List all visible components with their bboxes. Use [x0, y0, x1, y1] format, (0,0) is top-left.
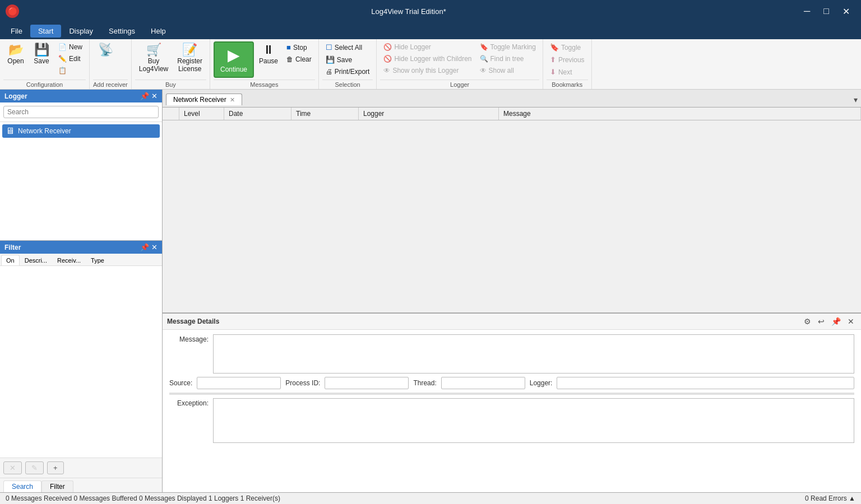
select-all-button[interactable]: ☐ Select All [322, 41, 373, 53]
ribbon-group-bookmarks: 🔖 Toggle ⬆ Previous ⬇ Next Bookmarks [543, 39, 592, 89]
show-only-logger-button[interactable]: 👁 Show only this Logger [380, 65, 475, 76]
details-title: Message Details [167, 318, 219, 325]
bottom-tabs: Search Filter [0, 478, 162, 492]
clear-button[interactable]: 🗑 Clear [283, 54, 315, 65]
next-bookmark-button[interactable]: ⬇ Next [547, 66, 588, 78]
filter-delete-button[interactable]: ✕ [3, 461, 22, 474]
grid-header: Level Date Time Logger Message [163, 108, 861, 120]
open-button[interactable]: 📂 Open [3, 41, 28, 67]
continue-button[interactable]: ▶ Continue [214, 41, 254, 78]
hide-logger-children-button[interactable]: 🚫 Hide Logger with Children [380, 53, 475, 64]
edit-icon: ✏️ [58, 55, 67, 63]
details-close-button[interactable]: ✕ [845, 316, 857, 327]
menu-help[interactable]: Help [143, 25, 174, 38]
logger-label: Logger: [530, 379, 553, 387]
extra-config-btn[interactable]: 📋 [55, 65, 86, 76]
logger-panel-title: Logger [4, 92, 27, 100]
tab-network-receiver[interactable]: Network Receiver ✕ [166, 94, 242, 105]
pause-button[interactable]: ⏸ Pause [255, 41, 282, 67]
filter-content [0, 266, 162, 458]
message-grid[interactable]: Level Date Time Logger Message [163, 108, 861, 313]
edit-button[interactable]: ✏️ Edit [55, 53, 86, 64]
ribbon-label-logger: Logger [380, 80, 539, 88]
resize-handle[interactable] [169, 393, 854, 395]
details-refresh-button[interactable]: ↩ [816, 316, 827, 327]
filter-tab-type[interactable]: Type [86, 255, 109, 265]
app-icon: 🔴 [6, 4, 19, 18]
tab-close-button[interactable]: ✕ [230, 96, 235, 104]
tab-label: Network Receiver [173, 96, 226, 104]
tab-filter[interactable]: Filter [41, 480, 73, 492]
details-settings-button[interactable]: ⚙ [802, 316, 813, 327]
details-pin-button[interactable]: 📌 [829, 316, 843, 327]
tree-item-network-receiver[interactable]: 🖥 Network Receiver [2, 124, 160, 138]
filter-tab-description[interactable]: Descri... [20, 255, 52, 265]
logger-close-button[interactable]: ✕ [151, 92, 158, 100]
pause-icon: ⏸ [262, 44, 275, 56]
add-receiver-icon: 📡 [98, 44, 113, 56]
minimize-button[interactable]: ─ [798, 4, 816, 19]
menu-start[interactable]: Start [30, 25, 61, 38]
filter-add-button[interactable]: + [47, 461, 64, 474]
col-header-num[interactable] [163, 108, 179, 120]
show-all-button[interactable]: 👁 Show all [476, 65, 539, 76]
print-export-button[interactable]: 🖨 Print/Export [322, 66, 373, 77]
add-receiver-button[interactable]: 📡 [93, 41, 118, 59]
open-icon: 📂 [8, 44, 24, 56]
col-header-logger[interactable]: Logger [359, 108, 499, 120]
ribbon-group-logger: 🚫 Hide Logger 🚫 Hide Logger with Childre… [377, 39, 543, 89]
col-header-message[interactable]: Message [499, 108, 861, 120]
menu-settings[interactable]: Settings [101, 25, 143, 38]
filter-pin-button[interactable]: 📌 [140, 243, 149, 251]
tab-dropdown-button[interactable]: ▾ [854, 95, 858, 104]
filter-edit-button[interactable]: ✎ [25, 461, 44, 474]
tab-search[interactable]: Search [3, 480, 41, 492]
col-header-time[interactable]: Time [291, 108, 359, 120]
message-field[interactable] [213, 334, 854, 374]
find-in-tree-button[interactable]: 🔍 Find in tree [476, 53, 539, 64]
thread-label: Thread: [413, 379, 436, 387]
details-exception-row: Exception: [169, 398, 854, 443]
previous-icon: ⬆ [550, 55, 556, 64]
logger-pin-button[interactable]: 📌 [140, 92, 149, 100]
filter-panel-title: Filter [4, 244, 21, 251]
exception-field[interactable] [213, 398, 854, 443]
filter-panel: Filter 📌 ✕ On Descri... Receiv... Type ✕… [0, 241, 162, 492]
selection-save-button[interactable]: 💾 Save [322, 54, 373, 66]
bookmark-toggle-icon: 🔖 [550, 43, 559, 52]
process-id-label: Process ID: [285, 379, 320, 387]
buy-button[interactable]: 🛒 BuyLog4View [135, 41, 173, 75]
logger-search-input[interactable] [3, 106, 159, 118]
filter-close-button[interactable]: ✕ [151, 243, 158, 251]
close-button[interactable]: ✕ [837, 4, 855, 19]
stop-button[interactable]: ■ Stop [283, 41, 315, 53]
col-header-level[interactable]: Level [179, 108, 224, 120]
hide-logger-button[interactable]: 🚫 Hide Logger [380, 41, 475, 53]
toggle-marking-icon: 🔖 [480, 43, 488, 51]
col-header-date[interactable]: Date [224, 108, 291, 120]
status-right: 0 Read Errors ▲ [805, 494, 855, 502]
filter-tab-on[interactable]: On [1, 255, 20, 265]
ribbon-group-selection: ☐ Select All 💾 Save 🖨 Print/Export Selec… [319, 39, 377, 89]
title-bar-controls: ─ □ ✕ [798, 4, 855, 19]
logger-field [557, 377, 854, 389]
menu-file[interactable]: File [3, 25, 30, 38]
hide-logger-icon: 🚫 [383, 43, 392, 51]
details-header: Message Details ⚙ ↩ 📌 ✕ [163, 314, 861, 330]
save-button[interactable]: 💾 Save [29, 41, 54, 67]
maximize-button[interactable]: □ [818, 4, 835, 19]
details-message-row: Message: [169, 334, 854, 374]
toggle-marking-button[interactable]: 🔖 Toggle Marking [476, 41, 539, 53]
exception-label: Exception: [169, 398, 209, 407]
ribbon-label-buy: Buy [135, 80, 206, 88]
network-receiver-icon: 🖥 [6, 126, 15, 136]
toggle-bookmark-button[interactable]: 🔖 Toggle [547, 41, 588, 53]
new-button[interactable]: 📄 New [55, 41, 86, 53]
menu-display[interactable]: Display [61, 25, 101, 38]
register-button[interactable]: 📝 RegisterLicense [173, 41, 206, 75]
logger-panel: Logger 📌 ✕ 🖥 Network Receiver [0, 90, 162, 241]
previous-bookmark-button[interactable]: ⬆ Previous [547, 54, 588, 66]
left-panel: Logger 📌 ✕ 🖥 Network Receiver Filter [0, 90, 163, 492]
filter-tab-receiver[interactable]: Receiv... [52, 255, 86, 265]
details-content: Message: Source: Process ID: Thread: Log… [163, 330, 861, 492]
